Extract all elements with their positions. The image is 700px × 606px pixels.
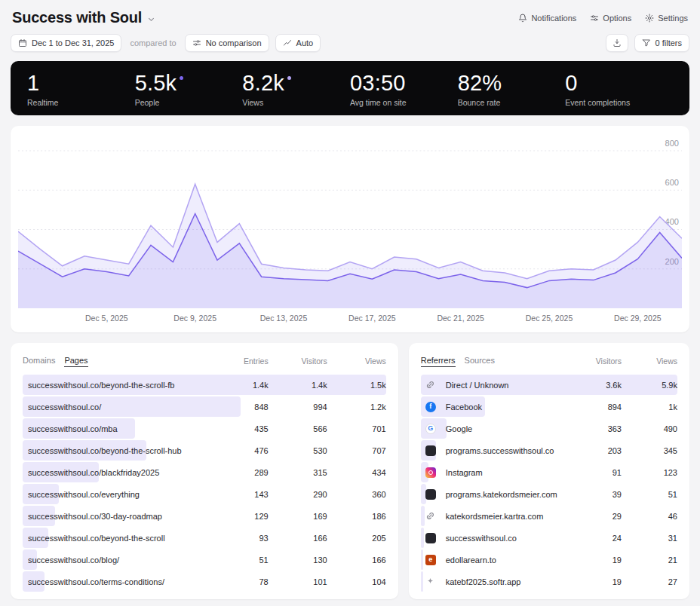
scale-button[interactable]: Auto — [275, 34, 321, 52]
referrers-tabs: Referrers Sources — [421, 356, 566, 367]
table-row[interactable]: programs.successwithsoul.co 203 345 — [421, 440, 677, 461]
table-row[interactable]: successwithsoul.co/blackfriday2025 289 3… — [23, 462, 386, 482]
table-row[interactable]: e edollarearn.to 19 21 — [421, 549, 677, 570]
stat-value: 03:50 — [350, 71, 458, 96]
views-value: 104 — [327, 577, 386, 586]
table-row[interactable]: successwithsoul.co 24 31 — [421, 528, 677, 548]
date-range-label: Dec 1 to Dec 31, 2025 — [32, 38, 114, 47]
svg-text:600: 600 — [665, 179, 679, 188]
stat-label: Avg time on site — [350, 98, 458, 107]
site-switcher[interactable]: Success with Soul — [12, 9, 155, 26]
table-row[interactable]: successwithsoul.co/terms-conditions/ 78 … — [23, 571, 386, 592]
stat[interactable]: 8.2k Views — [242, 71, 350, 107]
column-header-visitors: Visitors — [566, 357, 622, 366]
visitors-value: 166 — [269, 534, 327, 543]
site-dark-icon — [421, 533, 441, 543]
tab-sources[interactable]: Sources — [465, 356, 495, 367]
table-row[interactable]: successwithsoul.co/beyond-the-scroll 93 … — [23, 528, 386, 548]
table-row[interactable]: programs.katekordsmeier.com 39 51 — [421, 484, 677, 504]
views-value: 51 — [622, 490, 677, 499]
pages-list: successwithsoul.co/beyond-the-scroll-fb … — [23, 375, 386, 592]
visitors-value: 290 — [269, 490, 327, 499]
column-header-entries: Entries — [223, 357, 269, 366]
views-value: 707 — [327, 446, 386, 455]
x-axis-label: Dec 29, 2025 — [614, 314, 661, 323]
entries-value: 78 — [223, 577, 269, 586]
referrer-name: edollarearn.to — [441, 556, 566, 565]
table-row[interactable]: successwithsoul.co/blog/ 51 130 166 — [23, 549, 386, 570]
views-value: 360 — [327, 490, 386, 499]
chart-svg[interactable]: 200400600800 — [18, 135, 682, 308]
stat-value: 5.5k — [135, 71, 243, 96]
stat[interactable]: 1 Realtime — [27, 71, 135, 107]
visitors-value: 19 — [566, 577, 622, 586]
series-dot — [180, 76, 183, 80]
svg-text:800: 800 — [665, 139, 679, 148]
pages-panel-header: Domains Pages Entries Visitors Views — [23, 352, 386, 370]
entries-value: 435 — [223, 424, 269, 433]
stat-label: Realtime — [27, 98, 135, 107]
views-value: 345 — [622, 446, 677, 455]
x-axis-label: Dec 5, 2025 — [85, 314, 128, 323]
visitors-value: 315 — [269, 468, 327, 477]
column-header-visitors: Visitors — [269, 357, 327, 366]
calendar-icon — [18, 38, 27, 47]
table-row[interactable]: katekordsmeier.kartra.com 29 46 — [421, 506, 677, 526]
visitors-value: 19 — [566, 556, 622, 565]
stat[interactable]: 82% Bounce rate — [458, 71, 566, 107]
table-row[interactable]: Direct / Unknown 3.6k 5.9k — [421, 375, 677, 395]
table-row[interactable]: successwithsoul.co/mba 435 566 701 — [23, 418, 386, 439]
tab-domains[interactable]: Domains — [23, 356, 55, 367]
table-row[interactable]: G Google 363 490 — [421, 418, 677, 439]
comparison-button[interactable]: No comparison — [185, 34, 269, 52]
settings-button[interactable]: Settings — [645, 14, 688, 23]
table-row[interactable]: successwithsoul.co/everything 143 290 36… — [23, 484, 386, 504]
referrer-name: katekordsmeier.kartra.com — [441, 512, 566, 521]
referrer-name: programs.successwithsoul.co — [441, 446, 566, 455]
notifications-button[interactable]: Notifications — [518, 14, 576, 23]
toolbar: Dec 1 to Dec 31, 2025 compared to No com… — [11, 34, 689, 61]
link-icon — [421, 511, 441, 521]
tab-pages[interactable]: Pages — [64, 356, 88, 367]
filters-button[interactable]: 0 filters — [634, 34, 689, 52]
page-path: successwithsoul.co/everything — [23, 490, 223, 499]
views-value: 1.5k — [327, 381, 386, 390]
referrer-name: successwithsoul.co — [441, 534, 566, 543]
stat-value: 1 — [27, 71, 135, 96]
views-value: 205 — [327, 534, 386, 543]
table-row[interactable]: f Facebook 894 1k — [421, 396, 677, 417]
stat[interactable]: 5.5k People — [135, 71, 243, 107]
visitors-value: 566 — [269, 424, 327, 433]
comparison-label: No comparison — [206, 38, 262, 47]
google-icon: G — [421, 424, 441, 434]
stat[interactable]: 03:50 Avg time on site — [350, 71, 458, 107]
referrer-name: Facebook — [441, 402, 566, 412]
scale-label: Auto — [296, 38, 314, 47]
table-row[interactable]: katebf2025.softr.app 19 27 — [421, 571, 677, 592]
table-row[interactable]: Instagram 91 123 — [421, 462, 677, 482]
x-axis-label: Dec 25, 2025 — [526, 314, 573, 323]
page-path: successwithsoul.co/ — [23, 402, 223, 412]
stat-value: 8.2k — [242, 71, 350, 96]
entries-value: 476 — [223, 446, 269, 455]
page-path: successwithsoul.co/beyond-the-scroll-hub — [23, 446, 223, 455]
options-button[interactable]: Options — [590, 14, 631, 23]
tab-referrers[interactable]: Referrers — [421, 356, 456, 367]
table-row[interactable]: successwithsoul.co/beyond-the-scroll-fb … — [23, 375, 386, 395]
date-range-button[interactable]: Dec 1 to Dec 31, 2025 — [11, 34, 121, 52]
table-row[interactable]: successwithsoul.co/ 848 994 1.2k — [23, 396, 386, 417]
series-dot — [287, 76, 291, 80]
site-dark-icon — [421, 489, 441, 500]
stat[interactable]: 0 Event completions — [565, 71, 673, 107]
visitors-value: 91 — [566, 468, 622, 477]
visitors-value: 363 — [566, 424, 622, 433]
table-row[interactable]: successwithsoul.co/30-day-roadmap 129 16… — [23, 506, 386, 526]
top-menu: Notifications Options Settings — [518, 14, 688, 23]
download-button[interactable] — [606, 34, 628, 52]
visitors-value: 24 — [566, 534, 622, 543]
compared-to-label: compared to — [127, 38, 178, 47]
table-row[interactable]: successwithsoul.co/beyond-the-scroll-hub… — [23, 440, 386, 461]
visitors-value: 101 — [269, 577, 327, 586]
chart-x-axis: Dec 5, 2025Dec 9, 2025Dec 13, 2025Dec 17… — [18, 310, 682, 326]
referrers-panel-header: Referrers Sources Visitors Views — [421, 352, 677, 370]
